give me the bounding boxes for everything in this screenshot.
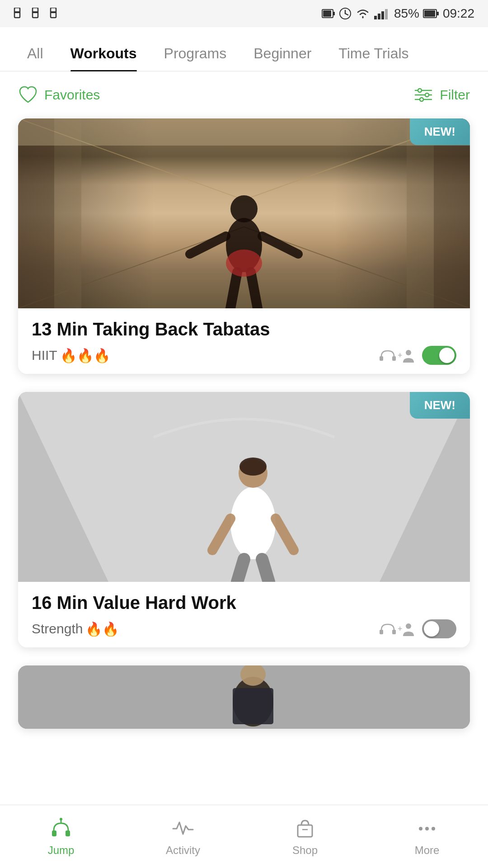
- battery-charging-icon: [322, 7, 335, 20]
- svg-rect-31: [54, 118, 81, 308]
- svg-rect-1: [14, 11, 20, 13]
- card-flames-2: 🔥🔥: [85, 621, 119, 637]
- card-meta-2: Strength 🔥🔥 +: [32, 619, 456, 638]
- svg-rect-18: [424, 10, 435, 17]
- filter-label: Filter: [440, 87, 470, 103]
- favorites-label: Favorites: [44, 87, 100, 103]
- workout-cards: NEW! 13 Min Taking Back Tabatas HIIT 🔥🔥🔥: [0, 118, 488, 729]
- nav-label-more: More: [415, 844, 440, 857]
- status-bar: 85% 09:22: [0, 0, 488, 27]
- svg-rect-8: [323, 10, 331, 17]
- tab-all[interactable]: All: [14, 36, 57, 71]
- svg-rect-67: [298, 825, 312, 837]
- card-actions-1: +: [379, 346, 456, 365]
- svg-point-57: [406, 623, 411, 629]
- card-info-2: 16 Min Value Hard Work Strength 🔥🔥 +: [18, 582, 470, 647]
- wifi-icon: [355, 8, 371, 19]
- svg-rect-15: [385, 9, 388, 19]
- svg-rect-17: [436, 12, 439, 15]
- svg-text:+: +: [398, 624, 403, 633]
- svg-line-39: [251, 272, 258, 308]
- card-category-1: HIIT: [32, 348, 57, 363]
- signal-icon: [374, 8, 390, 19]
- new-badge-1: NEW!: [410, 118, 470, 145]
- nav-item-jump[interactable]: Jump: [16, 817, 106, 857]
- svg-rect-63: [52, 830, 56, 836]
- card-tags-1: HIIT 🔥🔥🔥: [32, 348, 110, 363]
- tab-beginner[interactable]: Beginner: [240, 36, 325, 71]
- workout-card-1[interactable]: NEW! 13 Min Taking Back Tabatas HIIT 🔥🔥🔥: [18, 118, 470, 374]
- status-right: 85% 09:22: [322, 6, 474, 21]
- tab-programs[interactable]: Programs: [150, 36, 240, 71]
- card-image-wrapper-2: NEW!: [18, 392, 470, 582]
- svg-point-24: [420, 98, 423, 101]
- activity-nav-icon: [171, 817, 195, 840]
- card-title-2: 16 Min Value Hard Work: [32, 593, 456, 613]
- svg-line-38: [230, 272, 237, 308]
- card-image-wrapper-1: NEW!: [18, 118, 470, 308]
- svg-rect-30: [434, 118, 470, 308]
- svg-rect-29: [18, 118, 54, 308]
- svg-rect-62: [233, 688, 273, 724]
- hallway-svg: [18, 118, 470, 308]
- jump-nav-icon: [49, 817, 73, 840]
- favorites-button[interactable]: Favorites: [18, 85, 100, 105]
- card-image-2: [18, 392, 470, 582]
- svg-point-23: [425, 93, 429, 97]
- svg-line-53: [262, 559, 269, 582]
- toggle-2[interactable]: [422, 619, 456, 638]
- bottom-navigation: Jump Activity Shop More: [0, 805, 488, 868]
- tab-time-trials[interactable]: Time Trials: [325, 36, 422, 71]
- svg-rect-55: [392, 630, 396, 634]
- svg-rect-42: [392, 356, 396, 361]
- toolbar: Favorites Filter: [0, 71, 488, 118]
- svg-rect-12: [374, 16, 377, 19]
- svg-rect-13: [378, 14, 380, 19]
- card-image-3: [18, 665, 470, 729]
- card-title-1: 13 Min Taking Back Tabatas: [32, 319, 456, 340]
- heart-icon: [18, 85, 38, 105]
- nav-item-activity[interactable]: Activity: [138, 817, 228, 857]
- filter-button[interactable]: Filter: [413, 85, 470, 105]
- svg-point-70: [425, 827, 429, 830]
- svg-point-35: [230, 195, 258, 222]
- nav-label-jump: Jump: [48, 844, 75, 857]
- battery-icon: [423, 8, 439, 19]
- svg-line-52: [237, 559, 244, 582]
- nav-item-shop[interactable]: Shop: [260, 817, 350, 857]
- toggle-1[interactable]: [422, 346, 456, 365]
- svg-rect-14: [381, 11, 384, 19]
- tab-workouts[interactable]: Workouts: [57, 36, 150, 71]
- nav-label-activity: Activity: [166, 844, 200, 857]
- svg-rect-33: [18, 118, 470, 146]
- svg-rect-5: [51, 11, 56, 13]
- filter-icon: [413, 85, 433, 105]
- toggle-knob-2: [424, 621, 439, 637]
- svg-rect-7: [333, 12, 335, 15]
- card-category-2: Strength: [32, 621, 83, 637]
- workout-card-3[interactable]: [18, 665, 470, 729]
- sim-icon-3: [50, 8, 63, 19]
- status-left: [14, 8, 63, 19]
- sim-icon-1: [14, 8, 27, 19]
- more-nav-icon: [415, 817, 439, 840]
- card3-svg: [18, 665, 470, 729]
- workout-card-2[interactable]: NEW! 16 Min Value Hard Work Strength 🔥🔥 …: [18, 392, 470, 647]
- svg-text:+: +: [398, 351, 403, 360]
- svg-point-69: [419, 827, 422, 830]
- shop-nav-icon: [293, 817, 317, 840]
- card-actions-2: +: [379, 619, 456, 638]
- card-meta-1: HIIT 🔥🔥🔥 +: [32, 346, 456, 365]
- tab-navigation: All Workouts Programs Beginner Time Tria…: [0, 27, 488, 71]
- svg-point-49: [239, 458, 267, 476]
- battery-percent: 85%: [394, 6, 419, 21]
- svg-line-36: [190, 236, 226, 254]
- svg-point-44: [406, 350, 411, 355]
- svg-rect-54: [380, 630, 383, 634]
- svg-point-71: [432, 827, 435, 830]
- time-display: 09:22: [443, 6, 474, 21]
- gym-svg: [18, 392, 470, 582]
- card-image-wrapper-3: [18, 665, 470, 729]
- svg-line-37: [262, 236, 298, 254]
- nav-item-more[interactable]: More: [382, 817, 472, 857]
